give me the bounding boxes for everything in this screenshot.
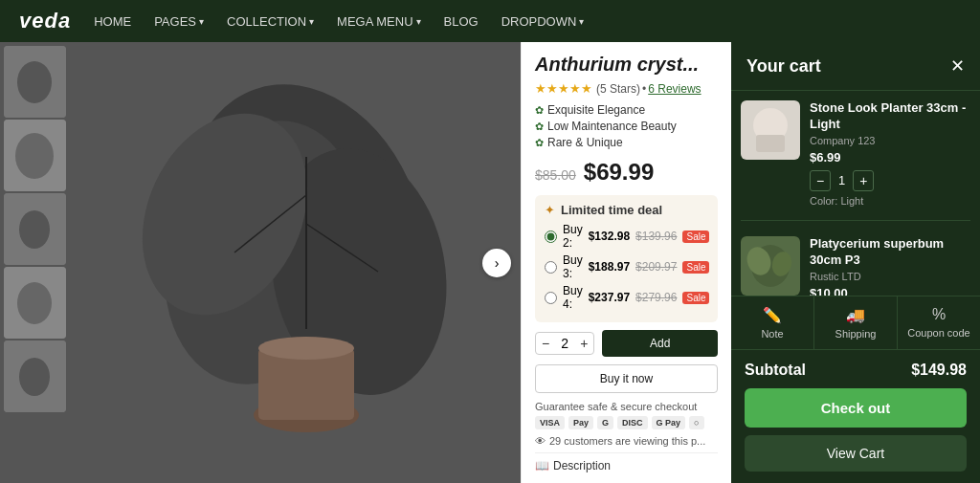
thumb-img-1 bbox=[4, 46, 66, 118]
note-icon: ✏️ bbox=[763, 306, 782, 324]
cart-item-1-decrease[interactable]: − bbox=[810, 170, 831, 191]
subtotal-label: Subtotal bbox=[745, 362, 806, 379]
thumbnail-1[interactable] bbox=[4, 46, 66, 118]
feature-2: ✿Low Maintenance Beauty bbox=[535, 120, 718, 133]
main-product-image: › bbox=[72, 42, 521, 483]
cart-item-2-image bbox=[741, 236, 800, 296]
add-to-cart-row: − 2 + Add bbox=[535, 330, 718, 357]
nav-dropdown[interactable]: DROPDOWN▾ bbox=[501, 14, 585, 29]
cart-header: Your cart ✕ bbox=[731, 42, 980, 91]
nav-home[interactable]: HOME bbox=[94, 14, 131, 29]
coupon-label: Coupon code bbox=[907, 327, 969, 339]
deal-radio-1[interactable] bbox=[545, 231, 557, 243]
description-link[interactable]: 📖 Description bbox=[535, 452, 718, 472]
svg-point-9 bbox=[19, 358, 50, 396]
quantity-decrease-button[interactable]: − bbox=[542, 336, 549, 351]
cart-note-action[interactable]: ✏️ Note bbox=[731, 296, 814, 349]
cart-item-2-name: Platycerium superbum 30cm P3 bbox=[810, 236, 970, 269]
thumb-img-3 bbox=[4, 193, 66, 265]
other-icon: ○ bbox=[689, 416, 703, 429]
quantity-value: 2 bbox=[555, 336, 574, 351]
svg-rect-23 bbox=[756, 135, 785, 152]
shipping-icon: 🚚 bbox=[846, 306, 865, 324]
cart-item-1-qty-value: 1 bbox=[838, 173, 845, 187]
cart-shipping-action[interactable]: 🚚 Shipping bbox=[814, 296, 898, 349]
product-details-panel: Anthurium cryst... ★★★★★ (5 Stars) • 6 R… bbox=[521, 42, 731, 483]
cart-actions: ✏️ Note 🚚 Shipping % Coupon code bbox=[731, 296, 980, 350]
subtotal-amount: $149.98 bbox=[911, 362, 967, 379]
deal-option-3[interactable]: Buy 4: $237.97 $279.96 Sale bbox=[545, 284, 708, 311]
quantity-control: − 2 + bbox=[535, 332, 594, 355]
main-content: › Anthurium cryst... ★★★★★ (5 Stars) • 6… bbox=[0, 42, 980, 483]
viewers-count: 👁 29 customers are viewing this p... bbox=[535, 435, 718, 447]
navigation: veda HOME PAGES▾ COLLECTION▾ MEGA MENU▾ … bbox=[0, 0, 980, 42]
deal-section: ✦ Limited time deal Buy 2: $132.98 $139.… bbox=[535, 195, 718, 322]
cart-item-1: Stone Look Planter 33cm - Light Company … bbox=[741, 100, 970, 221]
feature-3: ✿Rare & Unique bbox=[535, 136, 718, 149]
nav-collection[interactable]: COLLECTION▾ bbox=[227, 14, 314, 29]
applepay-icon: Pay bbox=[568, 416, 593, 429]
cart-item-1-increase[interactable]: + bbox=[853, 170, 874, 191]
discover-icon: DISC bbox=[617, 416, 648, 429]
feature-1: ✿Exquisite Elegance bbox=[535, 103, 718, 117]
cart-title: Your cart bbox=[746, 56, 821, 77]
cart-item-1-price: $6.99 bbox=[810, 150, 970, 165]
image-next-button[interactable]: › bbox=[482, 249, 511, 277]
nav-pages[interactable]: PAGES▾ bbox=[154, 14, 204, 29]
subtotal-row: Subtotal $149.98 bbox=[745, 362, 967, 379]
cart-item-1-name: Stone Look Planter 33cm - Light bbox=[810, 100, 970, 133]
svg-point-1 bbox=[17, 61, 52, 103]
svg-point-5 bbox=[19, 210, 50, 249]
svg-point-7 bbox=[17, 282, 52, 324]
product-features: ✿Exquisite Elegance ✿Low Maintenance Bea… bbox=[535, 103, 718, 149]
deal-label: Limited time deal bbox=[561, 203, 662, 217]
cart-item-1-details: Stone Look Planter 33cm - Light Company … bbox=[810, 100, 970, 207]
star-count: (5 Stars) bbox=[596, 82, 640, 96]
product-title: Anthurium cryst... bbox=[535, 54, 718, 76]
deal-header: ✦ Limited time deal bbox=[545, 203, 708, 217]
feature-icon-1: ✿ bbox=[535, 104, 544, 117]
planter-svg bbox=[742, 101, 799, 159]
note-label: Note bbox=[761, 328, 783, 340]
thumbnail-2[interactable] bbox=[4, 120, 66, 191]
thumb-img-4 bbox=[4, 267, 66, 339]
nav-mega-menu[interactable]: MEGA MENU▾ bbox=[337, 14, 420, 29]
cart-item-1-qty: − 1 + bbox=[810, 170, 970, 191]
logo[interactable]: veda bbox=[19, 9, 71, 33]
book-icon: 📖 bbox=[535, 459, 549, 472]
thumb-img-2 bbox=[4, 120, 66, 191]
add-to-cart-button[interactable]: Add bbox=[602, 330, 718, 357]
quantity-increase-button[interactable]: + bbox=[580, 336, 588, 351]
cart-item-2-details: Platycerium superbum 30cm P3 Rustic LTD … bbox=[810, 236, 970, 296]
cart-item-1-color: Color: Light bbox=[810, 195, 970, 207]
svg-point-17 bbox=[258, 337, 354, 360]
review-count[interactable]: 6 Reviews bbox=[648, 82, 701, 96]
thumbnail-5[interactable] bbox=[4, 340, 66, 412]
fern-svg bbox=[742, 237, 799, 295]
deal-radio-3[interactable] bbox=[545, 292, 557, 304]
gpay-icon: G bbox=[597, 416, 613, 429]
deal-option-1[interactable]: Buy 2: $132.98 $139.96 Sale bbox=[545, 223, 708, 250]
cart-item-2: Platycerium superbum 30cm P3 Rustic LTD … bbox=[741, 236, 970, 296]
price-row: $85.00 $69.99 bbox=[535, 159, 718, 186]
deal-radio-2[interactable] bbox=[545, 261, 557, 274]
buy-now-button[interactable]: Buy it now bbox=[535, 364, 718, 393]
thumbnail-strip bbox=[0, 42, 72, 483]
product-image-svg bbox=[72, 42, 521, 483]
eye-icon: 👁 bbox=[535, 435, 546, 447]
checkout-button[interactable]: Check out bbox=[745, 388, 967, 428]
cart-close-button[interactable]: ✕ bbox=[950, 55, 965, 77]
feature-icon-2: ✿ bbox=[535, 121, 544, 133]
thumbnail-4[interactable] bbox=[4, 267, 66, 339]
cart-coupon-action[interactable]: % Coupon code bbox=[898, 296, 980, 349]
view-cart-button[interactable]: View Cart bbox=[745, 435, 967, 472]
googlepay-icon: G Pay bbox=[652, 416, 686, 429]
shipping-label: Shipping bbox=[835, 328, 877, 340]
cart-item-1-company: Company 123 bbox=[810, 135, 970, 146]
cart-item-2-price: $10.00 bbox=[810, 286, 970, 296]
deal-option-2[interactable]: Buy 3: $188.97 $209.97 Sale bbox=[545, 253, 708, 280]
cart-footer: Subtotal $149.98 Check out View Cart bbox=[731, 350, 980, 483]
nav-blog[interactable]: BLOG bbox=[444, 14, 479, 29]
cart-items-list: Stone Look Planter 33cm - Light Company … bbox=[731, 91, 980, 296]
thumbnail-3[interactable] bbox=[4, 193, 66, 265]
